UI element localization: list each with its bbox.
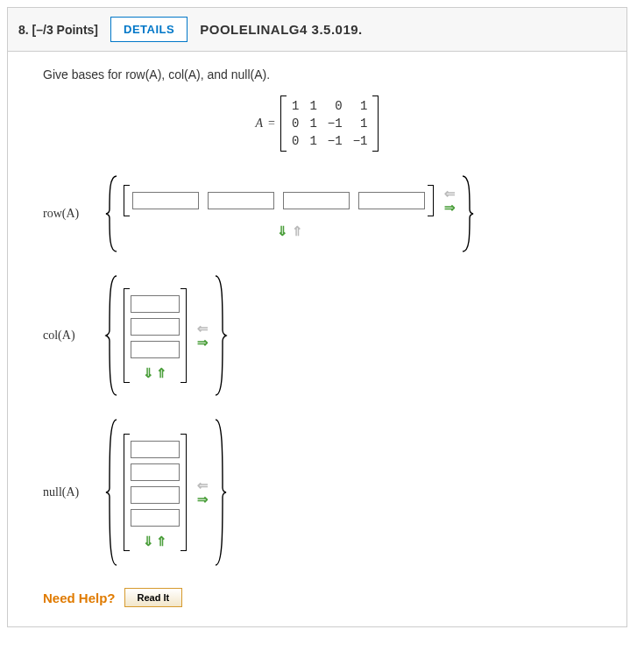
- question-body: Give bases for row(A), col(A), and null(…: [8, 52, 626, 626]
- need-help-row: Need Help? Read It: [43, 588, 591, 607]
- right-brace: [212, 418, 228, 567]
- arrow-up-icon[interactable]: ⇑: [156, 367, 167, 379]
- read-it-button[interactable]: Read It: [124, 588, 183, 607]
- null-vec-entry-3[interactable]: [131, 486, 180, 504]
- matrix-A: 1 0 0 1 1 1 0 −1 −1 1 1 −1: [280, 95, 379, 152]
- right-brace: [212, 274, 228, 397]
- arrow-right-icon[interactable]: ⇒: [197, 493, 209, 506]
- row-basis-section: row(A) ⇐ ⇒ ⇓: [43, 174, 591, 253]
- null-expand-controls-v: ⇓ ⇑: [143, 535, 167, 548]
- arrow-up-icon[interactable]: ⇑: [292, 225, 303, 237]
- arrow-left-icon[interactable]: ⇐: [197, 479, 209, 492]
- matrix-label: A: [256, 117, 264, 131]
- arrow-right-icon[interactable]: ⇒: [444, 202, 456, 214]
- details-button[interactable]: DETAILS: [110, 17, 188, 42]
- arrow-left-icon[interactable]: ⇐: [444, 187, 456, 200]
- null-vec-entry-2[interactable]: [131, 463, 180, 481]
- left-brace: [104, 274, 120, 397]
- arrow-down-icon[interactable]: ⇓: [143, 367, 154, 379]
- col-basis-section: col(A) ⇓ ⇑ ⇐ ⇒: [43, 274, 591, 397]
- arrow-down-icon[interactable]: ⇓: [143, 535, 154, 548]
- right-brace: [459, 174, 475, 253]
- need-help-label: Need Help?: [43, 591, 116, 605]
- null-basis-section: null(A) ⇓ ⇑ ⇐ ⇒: [43, 418, 591, 567]
- row-vec-entry-4[interactable]: [358, 192, 425, 209]
- left-brace: [104, 418, 120, 567]
- null-vec-entry-4[interactable]: [131, 509, 180, 527]
- col-vec-entry-3[interactable]: [131, 341, 180, 358]
- col-vec-entry-2[interactable]: [131, 318, 180, 336]
- question-prompt: Give bases for row(A), col(A), and null(…: [43, 67, 591, 81]
- arrow-left-icon[interactable]: ⇐: [197, 322, 209, 335]
- row-expand-controls-h: ⇐ ⇒: [444, 187, 456, 214]
- null-vector-input: ⇓ ⇑: [124, 434, 187, 551]
- arrow-up-icon[interactable]: ⇑: [156, 535, 167, 548]
- col-label: col(A): [43, 329, 104, 343]
- null-vec-entry-1[interactable]: [131, 441, 180, 458]
- row-vec-entry-1[interactable]: [132, 192, 199, 209]
- question-container: 8. [–/3 Points] DETAILS POOLELINALG4 3.5…: [7, 7, 627, 627]
- row-expand-controls-v: ⇓ ⇑: [277, 225, 303, 237]
- row-vector-input: [124, 185, 434, 216]
- col-expand-controls-v: ⇓ ⇑: [143, 367, 167, 379]
- question-reference: POOLELINALG4 3.5.019.: [200, 22, 363, 37]
- null-label: null(A): [43, 485, 104, 499]
- null-expand-controls-h: ⇐ ⇒: [197, 479, 209, 506]
- row-label: row(A): [43, 207, 104, 221]
- question-number: 8. [–/3 Points]: [18, 23, 98, 37]
- arrow-right-icon[interactable]: ⇒: [197, 336, 209, 349]
- matrix-definition: A = 1 0 0 1 1 1 0 −1 −1: [43, 95, 591, 152]
- col-expand-controls-h: ⇐ ⇒: [197, 322, 209, 349]
- col-vector-input: ⇓ ⇑: [124, 288, 187, 383]
- col-vec-entry-1[interactable]: [131, 295, 180, 313]
- equals-sign: =: [268, 117, 275, 131]
- left-brace: [104, 174, 120, 253]
- question-header: 8. [–/3 Points] DETAILS POOLELINALG4 3.5…: [8, 8, 626, 52]
- row-vec-entry-3[interactable]: [283, 192, 350, 209]
- row-vec-entry-2[interactable]: [208, 192, 274, 209]
- arrow-down-icon[interactable]: ⇓: [277, 225, 288, 237]
